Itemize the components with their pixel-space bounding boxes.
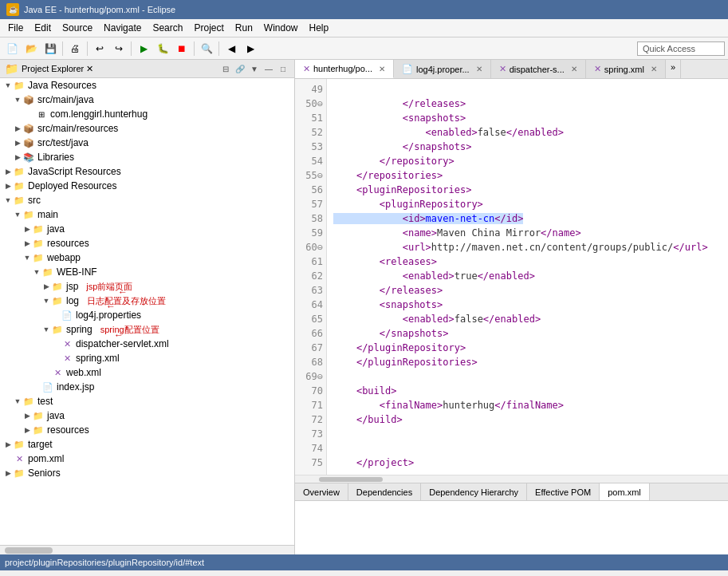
com-lenggirl-label: com.lenggirl.hunterhug <box>50 108 148 120</box>
tree-item-webapp[interactable]: ▼ 📁 webapp <box>0 251 294 265</box>
tab-overflow[interactable]: » <box>666 60 681 78</box>
tab-effective-pom-label: Effective POM <box>535 487 591 497</box>
tree-item-js-resources[interactable]: ▶ 📁 JavaScript Resources <box>0 164 294 179</box>
log-row: ▼ 📁 log 日志配置及存放位置 ← <box>0 294 294 308</box>
pe-hscrollbar[interactable] <box>0 545 294 554</box>
tab-log4j-close[interactable]: ✕ <box>476 65 482 73</box>
tree-item-web-xml[interactable]: ▶ ✕ web.xml <box>0 365 294 380</box>
src-test-java-label: src/test/java <box>37 137 89 148</box>
tree-item-src-test-java[interactable]: ▶ 📦 src/test/java <box>0 136 294 150</box>
window-title: Java EE - hunterhug/pom.xml - Eclipse <box>24 5 175 14</box>
tree-item-test-resources[interactable]: ▶ 📁 resources <box>0 423 294 437</box>
toolbar-btn-next[interactable]: ▶ <box>242 40 259 57</box>
target-label: target <box>28 439 53 450</box>
editor-hscroll-thumb[interactable] <box>319 477 383 482</box>
menu-navigate[interactable]: Navigate <box>99 21 146 35</box>
tree-item-web-inf[interactable]: ▼ 📁 WEB-INF <box>0 265 294 279</box>
tree-item-test[interactable]: ▼ 📁 test <box>0 394 294 408</box>
tree-item-spring[interactable]: ▼ 📁 spring <box>0 322 92 337</box>
main-area: 📁 Project Explorer ✕ ⊟ 🔗 ▼ — □ ▼ 📁 <box>0 60 728 554</box>
pe-hscroll-thumb[interactable] <box>5 547 53 554</box>
toolbar-btn-stop[interactable]: ⏹ <box>173 40 191 57</box>
tab-dispatcher-close[interactable]: ✕ <box>571 65 577 73</box>
tree-item-log[interactable]: ▼ 📁 log <box>0 294 79 308</box>
tree-item-src-main-java[interactable]: ▼ 📦 src/main/java <box>0 93 294 107</box>
tab-dispatcher[interactable]: ✕ dispatcher-s... ✕ <box>491 60 586 78</box>
tree-item-jsp[interactable]: ▶ 📁 jsp <box>0 279 78 294</box>
tree-item-spring-xml[interactable]: ▶ ✕ spring.xml <box>0 351 294 365</box>
tree-item-target[interactable]: ▶ 📁 target <box>0 437 294 452</box>
editor-area: ✕ hunterhug/po... ✕ 📄 log4j.proper... ✕ … <box>295 60 728 554</box>
toolbar-btn-debug[interactable]: 🐛 <box>154 40 171 57</box>
tree-item-test-java[interactable]: ▶ 📁 java <box>0 408 294 423</box>
code-line-52: </snapshots> <box>333 141 471 152</box>
toolbar-btn-save[interactable]: 💾 <box>41 40 59 57</box>
toolbar-btn-undo[interactable]: ↩ <box>91 40 108 57</box>
log4j-icon: 📄 <box>61 309 73 322</box>
pe-collapse-all[interactable]: ⊟ <box>219 62 232 75</box>
js-resources-icon: 📁 <box>13 165 26 178</box>
toolbar-btn-redo[interactable]: ↪ <box>110 40 128 57</box>
menu-bar: File Edit Source Navigate Search Project… <box>0 19 728 37</box>
tree-item-pom[interactable]: ▶ ✕ pom.xml <box>0 452 294 466</box>
code-line-58: <name>Maven China Mirror</name> <box>333 227 581 239</box>
pe-link-editor[interactable]: 🔗 <box>234 62 246 75</box>
src-test-java-icon: 📦 <box>22 136 35 149</box>
toolbar-btn-run[interactable]: ▶ <box>135 40 152 57</box>
menu-file[interactable]: File <box>3 21 28 35</box>
menu-window[interactable]: Window <box>259 21 303 35</box>
menu-search[interactable]: Search <box>148 21 187 35</box>
pe-maximize[interactable]: □ <box>277 62 289 75</box>
tree-item-dispatcher[interactable]: ▶ ✕ dispatcher-servlet.xml <box>0 337 294 351</box>
editor-hscrollbar[interactable] <box>295 475 728 483</box>
tab-pom-label: hunterhug/po... <box>313 64 372 73</box>
tree-item-com-lenggirl[interactable]: ▶ ⊞ com.lenggirl.hunterhug <box>0 107 294 121</box>
menu-run[interactable]: Run <box>230 21 258 35</box>
menu-edit[interactable]: Edit <box>30 21 56 35</box>
code-editor[interactable]: </releases> <snapshots> <enabled>false</… <box>327 79 728 475</box>
toolbar-btn-search[interactable]: 🔍 <box>198 40 215 57</box>
tab-effective-pom[interactable]: Effective POM <box>527 483 600 500</box>
toolbar-btn-new[interactable]: 📄 <box>3 40 21 57</box>
tree-item-deployed-resources[interactable]: ▶ 📁 Deployed Resources <box>0 179 294 193</box>
tree-item-java[interactable]: ▶ 📁 java <box>0 222 294 236</box>
tree-item-src-main-resources[interactable]: ▶ 📦 src/main/resources <box>0 121 294 136</box>
tree-item-java-resources[interactable]: ▼ 📁 Java Resources <box>0 78 294 93</box>
pe-minimize[interactable]: — <box>262 62 275 75</box>
tree-item-seniors[interactable]: ▶ 📁 Seniors <box>0 466 294 480</box>
tab-dependencies[interactable]: Dependencies <box>348 483 421 500</box>
tab-dependency-hierarchy[interactable]: Dependency Hierarchy <box>421 483 527 500</box>
pe-view-menu[interactable]: ▼ <box>248 62 261 75</box>
tree-item-src[interactable]: ▼ 📁 src <box>0 193 294 207</box>
log-icon: 📁 <box>51 294 64 307</box>
src-main-java-icon: 📦 <box>22 93 35 106</box>
tree-item-libraries[interactable]: ▶ 📚 Libraries <box>0 150 294 164</box>
code-line-66: </pluginRepository> <box>333 342 466 353</box>
tab-spring-close[interactable]: ✕ <box>651 65 657 73</box>
tab-overview[interactable]: Overview <box>295 483 348 500</box>
tree-item-main[interactable]: ▼ 📁 main <box>0 207 294 222</box>
pe-scroll-container: ▼ 📁 Java Resources ▼ 📦 src/main/java <box>0 78 294 545</box>
menu-project[interactable]: Project <box>189 21 228 35</box>
toolbar-btn-prev[interactable]: ◀ <box>222 40 240 57</box>
test-icon: 📁 <box>22 395 35 408</box>
menu-help[interactable]: Help <box>305 21 334 35</box>
tree-item-resources[interactable]: ▶ 📁 resources <box>0 236 294 251</box>
tab-spring[interactable]: ✕ spring.xml ✕ <box>586 60 666 78</box>
quick-access-input[interactable]: Quick Access <box>637 41 725 56</box>
toolbar-btn-open[interactable]: 📂 <box>22 40 40 57</box>
tab-pom[interactable]: ✕ hunterhug/po... ✕ <box>295 60 394 78</box>
tab-pom-xml-bottom[interactable]: pom.xml <box>600 483 650 500</box>
tree-item-index-jsp[interactable]: ▶ 📄 index.jsp <box>0 380 294 394</box>
tab-log4j[interactable]: 📄 log4j.proper... ✕ <box>394 60 491 78</box>
menu-source[interactable]: Source <box>57 21 97 35</box>
tab-pom-close[interactable]: ✕ <box>379 65 385 73</box>
resources-label: resources <box>47 238 89 249</box>
tab-dependency-hierarchy-label: Dependency Hierarchy <box>429 487 518 497</box>
code-line-53: </repository> <box>333 156 455 167</box>
tree-item-log4j[interactable]: ▶ 📄 log4j.properties <box>0 308 294 322</box>
arrow-resources: ▶ <box>22 239 32 248</box>
webapp-label: webapp <box>47 252 81 263</box>
code-line-63: <snapshots> <box>333 299 443 310</box>
toolbar-btn-print[interactable]: 🖨 <box>66 40 84 57</box>
